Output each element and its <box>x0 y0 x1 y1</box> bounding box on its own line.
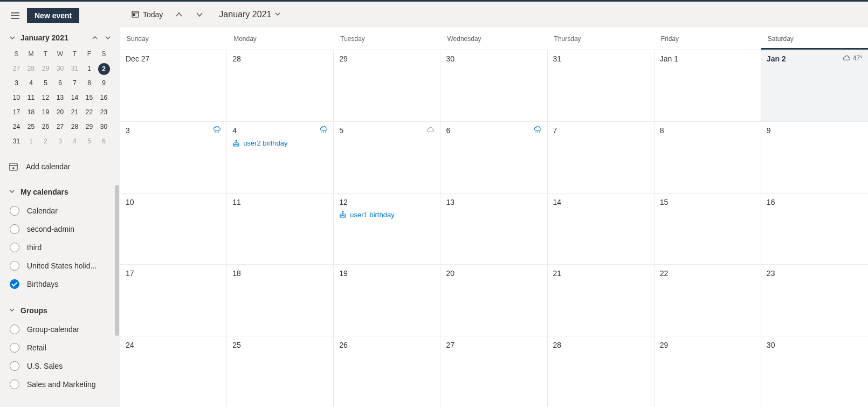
mini-day[interactable]: 23 <box>97 105 111 120</box>
day-cell[interactable]: 5 <box>334 122 440 192</box>
mini-day[interactable]: 18 <box>24 105 38 120</box>
mini-day[interactable]: 11 <box>24 91 38 105</box>
calendar-toggle[interactable] <box>10 279 19 289</box>
mini-day[interactable]: 19 <box>38 105 53 120</box>
day-cell[interactable]: 30 <box>761 336 868 407</box>
mini-day[interactable]: 29 <box>82 120 97 134</box>
day-cell[interactable]: Jan 1 <box>655 50 761 121</box>
day-cell[interactable]: 29 <box>334 50 440 121</box>
mini-day[interactable]: 6 <box>53 76 67 91</box>
mini-day[interactable]: 20 <box>53 105 67 120</box>
day-cell[interactable]: 13 <box>440 194 547 264</box>
calendar-toggle[interactable] <box>10 325 19 334</box>
calendar-event[interactable]: user1 birthday <box>339 211 435 219</box>
calendar-toggle[interactable] <box>10 206 19 216</box>
new-event-button[interactable]: New event <box>27 8 79 23</box>
calendar-section-header[interactable]: My calendars <box>0 184 120 199</box>
prev-period-button[interactable] <box>170 6 188 23</box>
day-cell[interactable]: 18 <box>227 265 334 335</box>
calendar-section-header[interactable]: Groups <box>0 303 120 318</box>
mini-day[interactable]: 5 <box>82 134 97 149</box>
day-cell[interactable]: 28 <box>548 336 655 407</box>
day-cell[interactable]: 29 <box>655 336 761 407</box>
day-cell[interactable]: 10 <box>120 194 227 264</box>
mini-day[interactable]: 17 <box>9 105 24 120</box>
mini-day[interactable]: 3 <box>9 76 24 91</box>
day-cell[interactable]: 9 <box>761 122 868 192</box>
calendar-item[interactable]: second-admin <box>0 220 120 238</box>
mini-day[interactable]: 4 <box>67 134 82 149</box>
mini-day[interactable]: 27 <box>9 61 24 76</box>
mini-day[interactable]: 21 <box>67 105 82 120</box>
mini-day[interactable]: 31 <box>9 134 24 149</box>
mini-day[interactable]: 27 <box>53 120 67 134</box>
day-cell[interactable]: 27 <box>440 336 547 407</box>
mini-day[interactable]: 8 <box>82 76 97 91</box>
mini-day[interactable]: 30 <box>97 120 111 134</box>
mini-day[interactable]: 13 <box>53 91 67 105</box>
day-cell[interactable]: 31 <box>548 50 655 121</box>
mini-day[interactable]: 22 <box>82 105 97 120</box>
day-cell[interactable]: 21 <box>548 265 655 335</box>
mini-day[interactable]: 25 <box>24 120 38 134</box>
mini-day[interactable]: 26 <box>38 120 53 134</box>
mini-day[interactable]: 10 <box>9 91 24 105</box>
calendar-toggle[interactable] <box>10 343 19 353</box>
calendar-toggle[interactable] <box>10 380 19 389</box>
sidebar-scrollbar[interactable] <box>114 185 120 368</box>
day-cell[interactable]: 24 <box>120 336 227 407</box>
day-cell[interactable]: 11 <box>227 194 334 264</box>
calendar-item[interactable]: Group-calendar <box>0 320 120 339</box>
day-cell[interactable]: 3 <box>120 122 227 192</box>
add-calendar-button[interactable]: Add calendar <box>0 156 120 177</box>
day-cell[interactable]: 15 <box>655 194 761 264</box>
calendar-toggle[interactable] <box>10 243 19 252</box>
mini-day[interactable]: 30 <box>53 61 67 76</box>
day-cell[interactable]: 26 <box>334 336 440 407</box>
calendar-item[interactable]: Calendar <box>0 202 120 220</box>
mini-day[interactable]: 28 <box>24 61 38 76</box>
mini-day[interactable]: 1 <box>24 134 38 149</box>
next-period-button[interactable] <box>191 6 208 23</box>
calendar-item[interactable]: Retail <box>0 339 120 357</box>
day-cell[interactable]: 28 <box>227 50 334 121</box>
mini-day[interactable]: 7 <box>67 76 82 91</box>
mini-day[interactable]: 14 <box>67 91 82 105</box>
calendar-item[interactable]: Birthdays <box>0 275 120 293</box>
day-cell[interactable]: 30 <box>440 50 547 121</box>
mini-day[interactable]: 12 <box>38 91 53 105</box>
chevron-down-icon[interactable] <box>6 32 18 44</box>
mini-day[interactable]: 28 <box>67 120 82 134</box>
day-cell[interactable]: Dec 27 <box>120 50 227 121</box>
day-cell[interactable]: 25 <box>227 336 334 407</box>
calendar-toggle[interactable] <box>10 224 19 234</box>
mini-day[interactable]: 29 <box>38 61 53 76</box>
mini-day[interactable]: 16 <box>97 91 111 105</box>
mini-day[interactable]: 2 <box>38 134 53 149</box>
calendar-item[interactable]: Sales and Marketing <box>0 375 120 394</box>
day-cell[interactable]: 6 <box>440 122 547 192</box>
mini-day[interactable]: 4 <box>24 76 38 91</box>
day-cell[interactable]: Jan 247° <box>761 50 868 121</box>
day-cell[interactable]: 22 <box>655 265 761 335</box>
today-button[interactable]: Today <box>127 6 167 23</box>
calendar-item[interactable]: U.S. Sales <box>0 357 120 375</box>
mini-day[interactable]: 15 <box>82 91 97 105</box>
hamburger-icon[interactable] <box>8 8 23 23</box>
day-cell[interactable]: 19 <box>334 265 440 335</box>
day-cell[interactable]: 20 <box>440 265 547 335</box>
mini-day[interactable]: 31 <box>67 61 82 76</box>
mini-day[interactable]: 5 <box>38 76 53 91</box>
day-cell[interactable]: 8 <box>655 122 761 192</box>
mini-day[interactable]: 9 <box>97 76 111 91</box>
calendar-item[interactable]: United States holid... <box>0 257 120 275</box>
mini-day[interactable]: 3 <box>53 134 67 149</box>
mini-day[interactable]: 24 <box>9 120 24 134</box>
calendar-event[interactable]: user2 birthday <box>232 139 328 147</box>
mini-next-icon[interactable] <box>102 32 114 44</box>
day-cell[interactable]: 7 <box>548 122 655 192</box>
mini-prev-icon[interactable] <box>89 32 101 44</box>
day-cell[interactable]: 17 <box>120 265 227 335</box>
calendar-toggle[interactable] <box>10 261 19 271</box>
mini-day[interactable]: 1 <box>82 61 97 76</box>
